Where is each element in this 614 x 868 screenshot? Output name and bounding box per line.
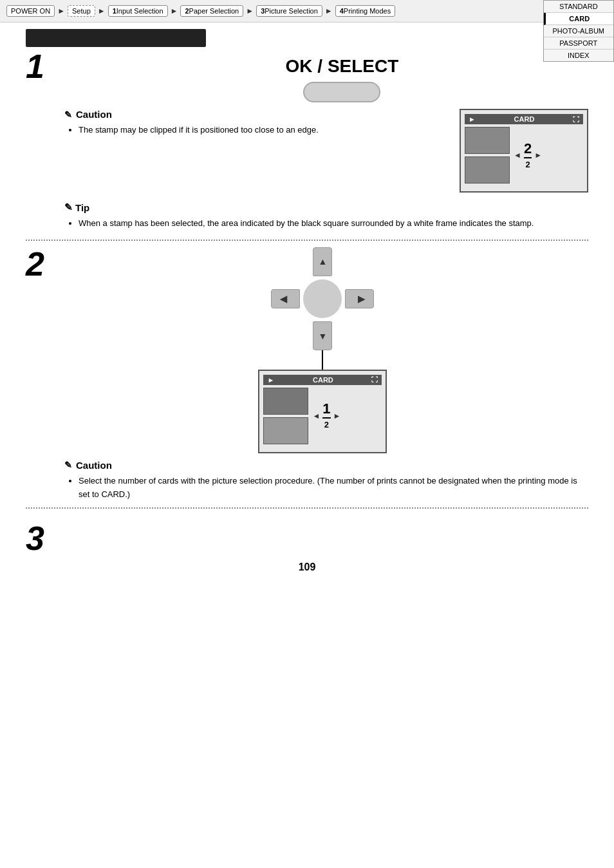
tip-title: ✎ Tip xyxy=(64,202,588,213)
step2-card-header-label: CARD xyxy=(313,376,333,384)
tip-section: ✎ Tip When a stamp has been selected, th… xyxy=(64,202,588,231)
nav-power-on: POWER ON xyxy=(6,5,55,17)
step2-card-display-body: ◄ 1 2 ► xyxy=(263,388,382,444)
step2-caution-title: ✎ Caution xyxy=(64,460,588,471)
menu-item-card[interactable]: CARD xyxy=(544,13,613,25)
menu-item-index[interactable]: INDEX xyxy=(544,50,613,61)
step2-card-nav-right[interactable]: ► xyxy=(333,411,341,420)
step1-caution-text: ✎ Caution The stamp may be clipped if it… xyxy=(64,109,434,137)
main-content: 1 OK / SELECT ✎ Caution The stamp may be… xyxy=(0,23,614,599)
step3-number: 3 xyxy=(26,522,588,555)
caution-title: ✎ Caution xyxy=(64,109,434,120)
step2-number: 2 xyxy=(26,247,44,281)
step2-pencil-icon: ✎ xyxy=(64,460,72,470)
step1-header-row: 1 OK / SELECT xyxy=(26,50,588,102)
step1-number: 1 xyxy=(26,50,44,83)
tip-pencil-icon: ✎ xyxy=(64,202,73,213)
step2-card-fraction: 1 2 xyxy=(322,402,330,429)
nav-arrow-5: ► xyxy=(325,6,333,15)
page-number: 109 xyxy=(26,561,588,573)
card-fraction: 2 2 xyxy=(524,142,532,169)
step2-card-header-icon: ⛶ xyxy=(371,376,378,383)
nav-arrow-3: ► xyxy=(171,6,178,15)
divider-2 xyxy=(26,507,588,509)
step2-visual: ▲ ▼ ◀ ▶ ► CARD ⛶ xyxy=(57,247,588,453)
nav-arrow-2: ► xyxy=(98,6,106,15)
nav-steps: POWER ON ► Setup ► 1 Input Selection ► 2… xyxy=(6,5,395,17)
step2-card-display-header: ► CARD ⛶ xyxy=(263,375,382,385)
menu-item-passport[interactable]: PASSPORT xyxy=(544,37,613,50)
step2-card-count-current: 1 xyxy=(322,402,330,416)
step2-card-count-total: 2 xyxy=(322,420,330,429)
vert-line xyxy=(322,350,323,370)
step2-caution-body: Select the number of cards with the pict… xyxy=(64,475,588,502)
divider-1 xyxy=(26,240,588,241)
step2-card-display: ► CARD ⛶ ◄ 1 xyxy=(258,370,387,453)
step1-label: 1 Input Selection xyxy=(108,5,168,17)
nav-arrow-1: ► xyxy=(57,6,65,15)
card-photo-1 xyxy=(465,127,510,154)
card-photos xyxy=(465,127,510,184)
step4-label: 4 Printing Modes xyxy=(335,5,396,17)
step2-card-photo-1 xyxy=(263,388,308,415)
dpad-down-arrow: ▼ xyxy=(319,331,328,341)
step2-caution: ✎ Caution Select the number of cards wit… xyxy=(64,460,588,502)
step1-caution-section: ✎ Caution The stamp may be clipped if it… xyxy=(64,109,588,193)
ok-select-button[interactable] xyxy=(303,82,380,102)
step2-row: 2 ▲ ▼ ◀ ▶ xyxy=(26,247,588,453)
nav-setup: Setup xyxy=(68,5,95,17)
card-header-label: CARD xyxy=(514,115,535,123)
card-nav-right[interactable]: ► xyxy=(534,151,542,160)
card-nav-left[interactable]: ◄ xyxy=(514,151,521,160)
dpad-up-arrow: ▲ xyxy=(319,256,328,267)
card-display-header: ► CARD ⛶ xyxy=(465,114,583,124)
card-count-current: 2 xyxy=(524,142,532,156)
dpad: ▲ ▼ ◀ ▶ xyxy=(271,247,374,350)
card-photo-2 xyxy=(465,156,510,184)
step2-section: 2 ▲ ▼ ◀ ▶ xyxy=(26,247,588,502)
nav-step1: 1 Input Selection xyxy=(108,5,168,17)
pencil-icon: ✎ xyxy=(64,109,72,120)
dpad-center xyxy=(303,279,342,318)
step3-section: 3 xyxy=(26,522,588,555)
card-count-total: 2 xyxy=(524,160,532,169)
nav-step4: 4 Printing Modes xyxy=(335,5,396,17)
card-counter: ◄ 2 2 ► xyxy=(514,142,542,169)
step2-label: 2 Paper Selection xyxy=(180,5,243,17)
connector-area xyxy=(57,350,588,370)
step1-section: 1 OK / SELECT ✎ Caution The stamp may be… xyxy=(26,29,588,231)
nav-step3: 3 Picture Selection xyxy=(256,5,322,17)
nav-arrow-4: ► xyxy=(246,6,254,15)
nav-step2: 2 Paper Selection xyxy=(180,5,243,17)
power-on-label: POWER ON xyxy=(6,5,55,17)
top-navigation: POWER ON ► Setup ► 1 Input Selection ► 2… xyxy=(0,0,614,23)
ok-select-label: OK / SELECT xyxy=(286,56,399,77)
step1-header-bar xyxy=(26,29,206,47)
step2-card-photos xyxy=(263,388,308,444)
tip-body: When a stamp has been selected, the area… xyxy=(64,217,588,231)
step2-card-header-arrow: ► xyxy=(267,376,274,384)
menu-item-photo-album[interactable]: PHOTO-ALBUM xyxy=(544,25,613,37)
card-display-body: ◄ 2 2 ► xyxy=(465,127,583,184)
step1-card-display: ► CARD ⛶ ◄ 2 2 xyxy=(460,109,588,193)
step2-card-photo-2 xyxy=(263,417,308,444)
menu-item-standard[interactable]: STANDARD xyxy=(544,1,613,13)
caution-body: The stamp may be clipped if it is positi… xyxy=(64,124,434,137)
step3-label: 3 Picture Selection xyxy=(256,5,322,17)
dpad-left-arrow: ◀ xyxy=(280,294,287,304)
right-menu: STANDARD CARD PHOTO-ALBUM PASSPORT INDEX xyxy=(543,0,614,62)
step2-card-nav-left[interactable]: ◄ xyxy=(312,411,320,420)
card-header-icon: ⛶ xyxy=(573,116,579,123)
setup-label: Setup xyxy=(68,5,95,17)
card-header-arrow: ► xyxy=(469,115,476,123)
step2-card-counter: ◄ 1 2 ► xyxy=(312,402,340,429)
dpad-right-arrow: ▶ xyxy=(358,294,365,304)
